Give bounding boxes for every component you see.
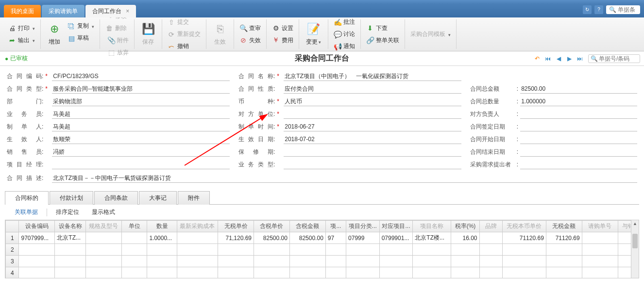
copy-button[interactable]: ⿻复制	[65, 20, 97, 32]
col-proj[interactable]: 项...	[325, 221, 346, 232]
nav-last-icon[interactable]: ⏭	[576, 54, 584, 63]
field-nature[interactable]: 应付类合同	[284, 84, 461, 94]
nav-first-icon[interactable]: ⏮	[543, 54, 552, 63]
scroll-thumb[interactable]	[632, 234, 638, 248]
field-end[interactable]	[520, 147, 637, 157]
delete-button[interactable]: 🗑删除	[103, 23, 131, 34]
tab-purchase-req[interactable]: 采购请购单	[42, 5, 85, 17]
field-start[interactable]	[520, 134, 637, 144]
attach-button[interactable]: 📎附件	[105, 35, 131, 46]
field-name[interactable]: 北京TZ项目（中国电子） 一氧化碳探测器订货	[284, 71, 461, 81]
field-req[interactable]	[520, 160, 637, 169]
add-button[interactable]: ⊕增加	[44, 20, 65, 48]
col-unit[interactable]: 单位	[121, 221, 147, 232]
field-desc[interactable]: 北京TZ项目－－中国电子一氧货碳探测器订货	[52, 173, 637, 183]
nav-prev-icon[interactable]: ◀	[554, 54, 563, 63]
col-price-tax[interactable]: 含税单价	[254, 221, 290, 232]
change-icon: 📝	[307, 22, 321, 36]
col-cost[interactable]: 最新采购成本	[177, 221, 218, 232]
draft-button[interactable]: ▤草稿	[65, 32, 97, 44]
field-mdate[interactable]: 2018-06-27	[284, 122, 461, 131]
field-type[interactable]: 服务采购合同--智能建筑事业部	[52, 84, 230, 94]
fee-button[interactable]: ￥费用	[270, 35, 296, 46]
col-amt-notax[interactable]: 无税金额	[546, 221, 582, 232]
doc-search-input[interactable]	[599, 55, 638, 62]
field-code[interactable]: CF/PC/18239/GS	[52, 71, 230, 81]
global-search[interactable]: 🔍	[606, 5, 640, 14]
subtab-events[interactable]: 大事记	[139, 191, 177, 205]
gen-button[interactable]: ⎘生效	[209, 20, 231, 48]
table-row[interactable]: 3	[6, 256, 639, 267]
col-spec[interactable]: 规格及型号	[85, 221, 121, 232]
field-btype[interactable]	[284, 160, 461, 169]
tab-desktop[interactable]: 我的桌面	[4, 5, 41, 17]
field-edate[interactable]: 2018-07-02	[284, 134, 461, 144]
help-icon[interactable]: ?	[594, 5, 603, 14]
template-button[interactable]: 采购合同模板	[408, 29, 453, 40]
grid-sort-button[interactable]: 排序定位	[52, 207, 83, 218]
col-tax-rate[interactable]: 税率(%)	[451, 221, 479, 232]
nav-undo-icon[interactable]: ↶	[533, 54, 542, 63]
nav-next-icon[interactable]: ▶	[565, 54, 574, 63]
subtab-items[interactable]: 合同标的	[5, 191, 49, 205]
note-button[interactable]: ✍批注	[331, 16, 357, 28]
table-row[interactable]: 4	[6, 267, 639, 279]
notify-button[interactable]: 📢通知	[331, 41, 357, 52]
down-button[interactable]: ⬇下查	[364, 23, 402, 34]
label-biz: 业 务 员	[7, 110, 42, 118]
save-button[interactable]: 💾保存	[137, 20, 159, 48]
field-pm[interactable]	[52, 160, 230, 169]
sub-tabs: 合同标的 付款计划 合同条款 大事记 附件	[5, 191, 639, 205]
revoke-button[interactable]: ⤺撤销	[165, 41, 203, 52]
col-price-notax[interactable]: 无税单价	[218, 221, 254, 232]
field-biz[interactable]: 马美超	[52, 109, 230, 119]
col-proj-cat[interactable]: 项目分类...	[346, 221, 380, 232]
void-button[interactable]: ⊘失效	[237, 35, 263, 46]
grid-wrap: 设备编码 设备名称 规格及型号 单位 数量 最新采购成本 无税单价 含税单价 含…	[5, 220, 639, 278]
resubmit-button[interactable]: ⟳重新提交	[165, 29, 203, 40]
col-req-no[interactable]: 请购单号	[582, 221, 618, 232]
refresh-icon[interactable]: ↻	[583, 5, 592, 14]
field-warranty[interactable]	[284, 147, 461, 157]
change-button[interactable]: 📝变更	[302, 20, 325, 48]
tab-close-icon[interactable]: ×	[126, 8, 129, 15]
field-maker[interactable]: 马美超	[52, 122, 230, 131]
col-brand[interactable]: 品牌	[479, 221, 503, 232]
discuss-button[interactable]: 💬讨论	[331, 29, 357, 40]
subtab-payment[interactable]: 付款计划	[50, 191, 93, 205]
field-other[interactable]	[284, 109, 461, 119]
scroll-up-icon[interactable]: ▲	[631, 220, 639, 227]
submit-button[interactable]: ⇧提交	[165, 16, 203, 28]
table-row[interactable]: 19707999...北京TZ...1.0000...71,120.698250…	[6, 232, 639, 244]
vertical-scrollbar[interactable]: ▲	[631, 220, 639, 278]
field-total[interactable]: 82500.00	[520, 84, 637, 94]
review-button[interactable]: 🔍查审	[237, 23, 263, 34]
field-sales[interactable]: 冯娇	[52, 147, 230, 157]
field-resp[interactable]	[520, 109, 637, 119]
link-button[interactable]: 🔗整单关联	[364, 35, 402, 46]
field-dept[interactable]: 采购物流部	[52, 97, 230, 106]
setting-button[interactable]: ⚙设置	[270, 23, 296, 34]
col-proj-name[interactable]: 项目名称	[413, 221, 451, 232]
doc-search[interactable]: 🔍	[588, 54, 640, 63]
data-grid[interactable]: 设备编码 设备名称 规格及型号 单位 数量 最新采购成本 无税单价 含税单价 含…	[5, 220, 639, 278]
col-amt-tax[interactable]: 含税金额	[289, 221, 325, 232]
col-price-notax-local[interactable]: 无税本币单价	[503, 221, 546, 232]
col-proj-map[interactable]: 对应项目...	[379, 221, 413, 232]
grid-rel-button[interactable]: 关联单据	[11, 207, 42, 218]
table-row[interactable]: 2	[6, 244, 639, 256]
field-qty[interactable]: 1.000000	[520, 97, 637, 106]
col-qty[interactable]: 数量	[147, 221, 177, 232]
col-equip-code[interactable]: 设备编码	[19, 221, 55, 232]
print-button[interactable]: 🖨打印	[6, 23, 37, 34]
global-search-input[interactable]	[618, 6, 637, 13]
col-equip-name[interactable]: 设备名称	[55, 221, 85, 232]
tab-contract-workbench[interactable]: 合同工作台 ×	[85, 5, 136, 17]
export-button[interactable]: ➦输出	[6, 35, 37, 46]
field-curr[interactable]: 人民币	[284, 97, 461, 106]
field-sign[interactable]	[520, 122, 637, 131]
grid-fmt-button[interactable]: 显示格式	[88, 207, 119, 218]
subtab-terms[interactable]: 合同条款	[94, 191, 138, 205]
field-eff[interactable]: 敖顺荣	[52, 134, 230, 144]
subtab-attach[interactable]: 附件	[178, 191, 210, 205]
